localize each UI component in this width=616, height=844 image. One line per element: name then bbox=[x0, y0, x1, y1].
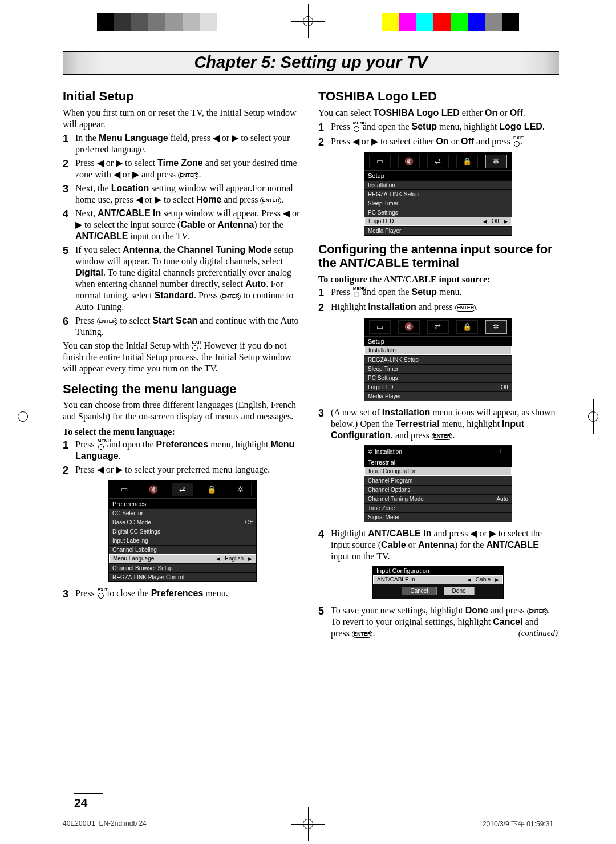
menu-language-intro: You can choose from three different lang… bbox=[63, 399, 302, 422]
right-column: TOSHIBA Logo LED You can select TOSHIBA … bbox=[318, 90, 558, 641]
sub-select-menu-language: To select the menu language: bbox=[63, 427, 302, 437]
enter-icon: ENTER bbox=[220, 293, 241, 300]
menu-icon: MENU bbox=[97, 439, 105, 450]
enter-icon: ENTER bbox=[97, 318, 118, 325]
continued-label: (continued) bbox=[518, 628, 558, 639]
antenna-step-5: 5To save your new settings, highlight Do… bbox=[318, 605, 558, 639]
menu-language-close-step: 3Press EXIT to close the Preferences men… bbox=[63, 588, 302, 601]
left-column: Initial Setup When you first turn on or … bbox=[63, 90, 302, 641]
enter-icon: ENTER bbox=[432, 433, 453, 440]
osd-setup-logo: ▭🔇⇄🔒✲SetupInstallationREGZA-LINK SetupSl… bbox=[364, 152, 512, 236]
exit-icon: EXIT bbox=[97, 588, 105, 599]
osd-installation-terrestrial: ✲ Installation⟟ ▭TerrestrialInput Config… bbox=[364, 445, 512, 522]
exit-icon: EXIT bbox=[191, 341, 199, 351]
antenna-step-3: 3(A new set of Installation menu icons w… bbox=[318, 407, 558, 441]
page-number: 24 bbox=[74, 793, 103, 810]
menu-language-steps: 1Press MENU and open the Preferences men… bbox=[63, 439, 302, 477]
osd-setup-installation: ▭🔇⇄🔒✲SetupInstallationREGZA-LINK SetupSl… bbox=[364, 318, 512, 401]
chapter-title: Chapter 5: Setting up your TV bbox=[194, 53, 427, 71]
exit-icon: EXIT bbox=[513, 136, 521, 147]
initial-setup-intro: When you first turn on or reset the TV, … bbox=[63, 107, 302, 130]
registration-mark-right bbox=[576, 399, 610, 434]
antenna-step-4: 4Highlight ANT/CABLE In and press ◀ or ▶… bbox=[318, 528, 558, 562]
enter-icon: ENTER bbox=[527, 608, 548, 615]
logo-led-intro: You can select TOSHIBA Logo LED either O… bbox=[318, 107, 558, 119]
footer-file: 40E200U1_EN-2nd.indb 24 bbox=[63, 819, 147, 829]
chapter-banner: Chapter 5: Setting up your TV bbox=[63, 51, 559, 75]
enter-icon: ENTER bbox=[455, 304, 476, 312]
menu-icon: MENU bbox=[352, 122, 360, 132]
footer-timestamp: 2010/3/9 下午 01:59:31 bbox=[483, 819, 553, 829]
registration-mark-left bbox=[6, 399, 40, 434]
initial-setup-note: You can stop the Initial Setup with EXIT… bbox=[63, 340, 302, 374]
sub-antenna-config: To configure the ANT/CABLE input source: bbox=[318, 274, 558, 285]
enter-icon: ENTER bbox=[352, 631, 373, 638]
footer: 40E200U1_EN-2nd.indb 24 2010/3/9 下午 01:5… bbox=[63, 819, 553, 829]
heading-menu-language: Selecting the menu language bbox=[63, 382, 302, 397]
enter-icon: ENTER bbox=[260, 197, 281, 204]
osd-preferences: ▭🔇⇄🔒✲PreferencesCC SelectorBase CC ModeO… bbox=[108, 480, 257, 582]
heading-logo-led: TOSHIBA Logo LED bbox=[318, 90, 558, 104]
heading-initial-setup: Initial Setup bbox=[63, 90, 302, 104]
menu-icon: MENU bbox=[352, 287, 360, 297]
color-calibration-bar bbox=[0, 10, 616, 33]
osd-input-configuration: Input ConfigurationANT/CABLE In◀Cable▶Ca… bbox=[372, 566, 504, 599]
heading-antenna-config: Configuring the antenna input source for… bbox=[318, 243, 558, 270]
logo-led-steps: 1Press MENU and open the Setup menu, hig… bbox=[318, 121, 558, 149]
initial-setup-steps: 1In the Menu Language field, press ◀ or … bbox=[63, 132, 302, 338]
antenna-steps-1-2: 1Press MENU and open the Setup menu.2Hig… bbox=[318, 286, 558, 314]
enter-icon: ENTER bbox=[178, 172, 199, 179]
